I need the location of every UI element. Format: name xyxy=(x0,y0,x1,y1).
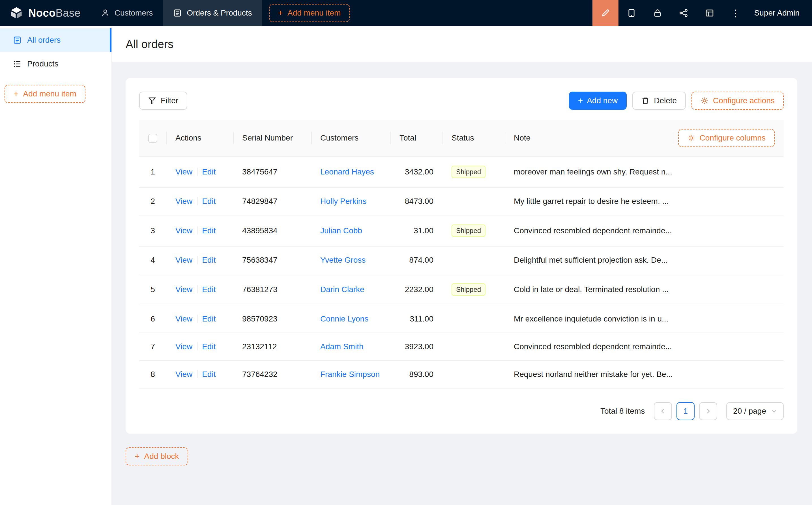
note-cell: Convinced resembled dependent remainde..… xyxy=(505,215,673,246)
page-content: Filter + Add new Delete xyxy=(112,62,812,505)
total-cell: 3432.00 xyxy=(390,156,442,187)
nav-tab-label: Customers xyxy=(115,8,153,17)
more-button[interactable]: ⋮ xyxy=(722,0,749,26)
note-cell: Cold in late or deal. Terminated resolut… xyxy=(505,274,673,305)
customer-link[interactable]: Yvette Gross xyxy=(320,256,366,265)
form-icon xyxy=(173,9,182,17)
filter-label: Filter xyxy=(161,96,178,105)
column-header-serial-number: Serial Number xyxy=(233,120,311,156)
plus-icon: + xyxy=(135,452,140,461)
add-new-button[interactable]: + Add new xyxy=(569,92,627,110)
api-button[interactable] xyxy=(671,0,697,26)
edit-link[interactable]: Edit xyxy=(202,314,216,323)
page-1-button[interactable]: 1 xyxy=(676,402,695,420)
edit-link[interactable]: Edit xyxy=(202,226,216,235)
edit-link[interactable]: Edit xyxy=(202,256,216,265)
layout-button[interactable] xyxy=(697,0,722,26)
add-menu-item-label: Add menu item xyxy=(287,8,341,17)
row-index: 4 xyxy=(150,256,155,265)
divider xyxy=(197,370,197,378)
serial-number-cell: 76381273 xyxy=(233,274,311,305)
nocobase-logo-icon xyxy=(9,6,24,20)
configure-actions-button[interactable]: Configure actions xyxy=(691,92,784,110)
nav-tab-label: Orders & Products xyxy=(187,8,252,17)
lock-button[interactable] xyxy=(645,0,671,26)
mobile-client-button[interactable] xyxy=(619,0,645,26)
view-link[interactable]: View xyxy=(175,370,192,379)
table-row: 4 ViewEdit 75638347 Yvette Gross 874.00 … xyxy=(139,246,784,274)
nav-tab-orders-products[interactable]: Orders & Products xyxy=(163,0,262,26)
view-link[interactable]: View xyxy=(175,342,192,351)
view-link[interactable]: View xyxy=(175,285,192,294)
orders-table: Actions Serial Number Customers Total St… xyxy=(139,120,784,388)
prev-page-button[interactable] xyxy=(654,402,672,420)
column-header-actions: Actions xyxy=(166,120,233,156)
add-menu-item-button-navbar[interactable]: + Add menu item xyxy=(269,4,350,22)
page-size-select[interactable]: 20 / page xyxy=(726,402,784,420)
trash-icon xyxy=(641,97,649,105)
note-cell: Convinced resembled dependent remainde..… xyxy=(505,333,673,360)
user-icon xyxy=(101,9,110,17)
view-link[interactable]: View xyxy=(175,256,192,265)
serial-number-cell: 73764232 xyxy=(233,360,311,388)
next-page-button[interactable] xyxy=(699,402,717,420)
edit-link[interactable]: Edit xyxy=(202,342,216,351)
divider xyxy=(197,342,197,350)
view-link[interactable]: View xyxy=(175,314,192,323)
divider xyxy=(197,168,197,176)
logo-text-light: Base xyxy=(56,7,81,19)
filter-button[interactable]: Filter xyxy=(139,92,187,110)
add-menu-item-button-sidebar[interactable]: + Add menu item xyxy=(5,85,86,103)
sidebar-item-all-orders[interactable]: All orders xyxy=(0,28,112,52)
plus-icon: + xyxy=(278,9,283,17)
customer-link[interactable]: Julian Cobb xyxy=(320,226,362,235)
column-header-status: Status xyxy=(442,120,505,156)
configure-columns-button[interactable]: Configure columns xyxy=(678,129,775,147)
pen-icon xyxy=(601,8,610,17)
edit-link[interactable]: Edit xyxy=(202,197,216,205)
plus-icon: + xyxy=(14,90,19,98)
nocobase-logo[interactable]: NocoBase xyxy=(0,0,91,26)
lock-icon xyxy=(653,8,662,17)
view-link[interactable]: View xyxy=(175,167,192,176)
divider xyxy=(197,256,197,264)
customer-link[interactable]: Holly Perkins xyxy=(320,197,366,205)
total-cell: 2232.00 xyxy=(390,274,442,305)
customer-link[interactable]: Connie Lyons xyxy=(320,314,368,323)
customer-link[interactable]: Leonard Hayes xyxy=(320,167,374,176)
serial-number-cell: 23132112 xyxy=(233,333,311,360)
customer-link[interactable]: Darin Clarke xyxy=(320,285,365,294)
nav-tab-customers[interactable]: Customers xyxy=(91,0,163,26)
delete-button[interactable]: Delete xyxy=(632,92,686,110)
add-block-button[interactable]: + Add block xyxy=(126,447,188,465)
edit-link[interactable]: Edit xyxy=(202,370,216,379)
edit-link[interactable]: Edit xyxy=(202,167,216,176)
delete-label: Delete xyxy=(654,96,677,105)
list-icon xyxy=(13,60,21,68)
row-index: 8 xyxy=(150,370,155,379)
ui-editor-button[interactable] xyxy=(592,0,619,26)
main-area: All orders Filter + xyxy=(112,26,812,505)
orders-icon xyxy=(13,36,21,44)
page-size-value: 20 / page xyxy=(733,406,766,415)
sidebar-item-products[interactable]: Products xyxy=(0,52,112,76)
view-link[interactable]: View xyxy=(175,197,192,205)
tablet-icon xyxy=(627,8,636,17)
select-all-checkbox[interactable] xyxy=(148,134,157,143)
customer-link[interactable]: Frankie Simpson xyxy=(320,370,380,379)
share-nodes-icon xyxy=(679,8,688,17)
add-new-label: Add new xyxy=(587,96,618,105)
add-block-label: Add block xyxy=(144,452,179,461)
filter-icon xyxy=(148,97,156,105)
note-cell: Delightful met sufficient projection ask… xyxy=(505,246,673,274)
row-index: 3 xyxy=(150,226,155,235)
total-cell: 893.00 xyxy=(390,360,442,388)
customer-link[interactable]: Adam Smith xyxy=(320,342,364,351)
view-link[interactable]: View xyxy=(175,226,192,235)
user-menu[interactable]: Super Admin xyxy=(754,8,800,17)
row-index: 1 xyxy=(150,167,155,176)
sidebar: All orders Products + Add menu item xyxy=(0,26,112,505)
divider xyxy=(197,315,197,323)
edit-link[interactable]: Edit xyxy=(202,285,216,294)
gear-icon xyxy=(700,97,708,105)
